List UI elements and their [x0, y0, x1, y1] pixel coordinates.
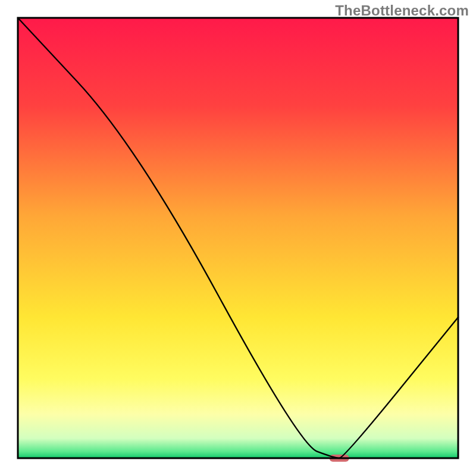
- watermark-label: TheBottleneck.com: [335, 2, 469, 19]
- chart-container: TheBottleneck.com: [0, 0, 476, 476]
- bottleneck-chart: [0, 0, 476, 476]
- plot-background: [18, 18, 458, 458]
